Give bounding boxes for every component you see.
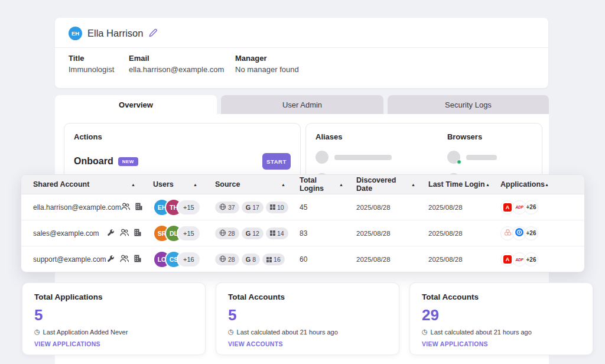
total-logins-value: 83: [300, 229, 356, 238]
microsoft-icon: [270, 230, 275, 236]
column-header-shared-account[interactable]: Shared Account▲: [33, 180, 142, 188]
total-logins-value: 60: [300, 255, 356, 264]
total-logins-value: 45: [300, 203, 356, 212]
globe-icon: [219, 255, 226, 264]
google-g-icon: G: [246, 230, 251, 237]
adp-icon: ADP: [515, 258, 523, 262]
new-badge: NEW: [118, 157, 138, 166]
field-value: No manager found: [235, 65, 299, 74]
view-applications-link[interactable]: VIEW APPLICATIONS: [34, 340, 100, 347]
shared-account-email: ella.harrison@example.com: [33, 203, 121, 212]
airtable-icon: [504, 228, 512, 239]
discovered-date-value: 2025/08/28: [356, 230, 428, 237]
aliases-title: Aliases: [315, 132, 447, 141]
microsoft-icon: [266, 257, 272, 262]
card-value: 5: [34, 307, 193, 323]
column-header-source[interactable]: Source▲: [215, 180, 300, 188]
view-accounts-link[interactable]: VIEW ACCOUNTS: [228, 340, 283, 347]
tab-overview[interactable]: Overview: [55, 95, 217, 114]
google-g-icon: G: [246, 204, 251, 211]
column-header-users[interactable]: Users▲: [142, 180, 215, 188]
total-accounts-card: Total Accounts 5 ◷ Last calculated about…: [216, 282, 399, 355]
source-badge-microsoft: 10: [266, 202, 288, 213]
table-header-row: Shared Account▲ Users▲ Source▲ Total Log…: [21, 175, 584, 194]
globe-icon: [219, 229, 226, 238]
more-apps-pill[interactable]: +26: [524, 226, 538, 240]
user-profile-page: EH Ella Harrison Title Immunologist Emai…: [0, 0, 605, 364]
source-badge-web: 28: [215, 254, 239, 265]
onepassword-icon: [515, 228, 523, 239]
adobe-icon: A: [503, 255, 512, 264]
source-badge-web: 37: [215, 202, 239, 213]
building-icon: [134, 229, 141, 238]
avatar: EH: [69, 27, 82, 40]
total-accounts-card-2: Total Accounts 29 ◷ Last calculated abou…: [409, 282, 593, 355]
discovered-date-value: 2025/08/28: [356, 256, 428, 263]
users-action-button[interactable]: [121, 203, 130, 212]
field-label: Email: [129, 53, 235, 65]
column-header-last-time-login[interactable]: Last Time Login▲: [428, 180, 500, 188]
card-title: Total Applications: [34, 292, 193, 301]
field-label: Manager: [235, 53, 299, 65]
sort-asc-icon: ▲: [486, 183, 490, 187]
source-badge-microsoft: 16: [262, 254, 285, 265]
building-icon: [134, 255, 141, 264]
table-row[interactable]: ella.harrison@example.com EH TH +15: [21, 194, 584, 220]
users-action-button[interactable]: [120, 255, 129, 264]
field-value: ella.harrison@example.com: [129, 65, 235, 74]
google-g-icon: G: [246, 256, 251, 263]
tab-user-admin[interactable]: User Admin: [221, 95, 383, 114]
shared-account-email: support@example.com: [33, 255, 106, 264]
column-header-discovered-date[interactable]: Discovered Date▲: [356, 176, 428, 193]
sort-asc-icon: ▲: [131, 183, 135, 187]
last-time-login-value: 2025/08/28: [428, 230, 500, 237]
users-icon: [121, 203, 130, 212]
more-apps-pill[interactable]: +26: [524, 200, 538, 214]
sort-asc-icon: ▲: [339, 183, 343, 187]
tools-action-button[interactable]: [107, 229, 115, 238]
tab-security-logs[interactable]: Security Logs: [388, 95, 549, 114]
organization-action-button[interactable]: [134, 229, 141, 238]
field-email: Email ella.harrison@example.com: [129, 53, 235, 74]
card-title: Total Accounts: [422, 292, 581, 301]
start-onboard-button[interactable]: START: [262, 153, 291, 170]
source-badge-microsoft: 14: [266, 228, 288, 239]
adobe-icon: A: [503, 203, 512, 212]
card-note: Last Application Added Never: [43, 329, 128, 336]
column-header-applications[interactable]: Applications▲: [500, 180, 573, 188]
source-badge-google: G 12: [242, 228, 264, 239]
microsoft-icon: [270, 204, 275, 210]
users-icon: [120, 255, 129, 264]
card-value: 5: [228, 307, 387, 323]
browser-skeleton-row: [447, 151, 532, 164]
clock-icon: ◷: [228, 328, 234, 336]
more-users-pill[interactable]: +15: [178, 226, 200, 240]
table-row[interactable]: support@example.com LO CS +16: [21, 246, 584, 272]
more-users-pill[interactable]: +15: [178, 200, 200, 214]
field-manager: Manager No manager found: [235, 53, 299, 74]
profile-card: EH Ella Harrison Title Immunologist Emai…: [55, 18, 548, 88]
edit-name-button[interactable]: [148, 28, 157, 39]
field-title: Title Immunologist: [69, 53, 129, 74]
organization-action-button[interactable]: [134, 255, 141, 264]
users-action-button[interactable]: [120, 229, 129, 238]
actions-title: Actions: [74, 132, 291, 141]
card-note: Last calculated about 21 hours ago: [237, 329, 338, 336]
status-online-dot: [457, 160, 461, 164]
column-header-total-logins[interactable]: Total Logins▲: [300, 176, 356, 193]
sort-asc-icon: ▲: [411, 183, 415, 187]
card-value: 29: [422, 307, 581, 323]
view-applications-link[interactable]: VIEW APPLICATIONS: [422, 340, 488, 347]
adp-icon: ADP: [515, 205, 523, 209]
table-row[interactable]: sales@example.com SR DL +15: [21, 220, 584, 246]
browsers-title: Browsers: [447, 132, 532, 141]
tools-action-button[interactable]: [107, 255, 115, 264]
last-time-login-value: 2025/08/28: [428, 204, 500, 211]
card-note: Last calculated about 21 hours ago: [431, 329, 532, 336]
source-badge-web: 28: [215, 228, 239, 239]
organization-action-button[interactable]: [135, 203, 142, 212]
pencil-icon: [148, 28, 157, 39]
total-applications-card: Total Applications 5 ◷ Last Application …: [22, 282, 206, 355]
more-apps-pill[interactable]: +26: [524, 252, 538, 266]
more-users-pill[interactable]: +16: [178, 252, 200, 266]
